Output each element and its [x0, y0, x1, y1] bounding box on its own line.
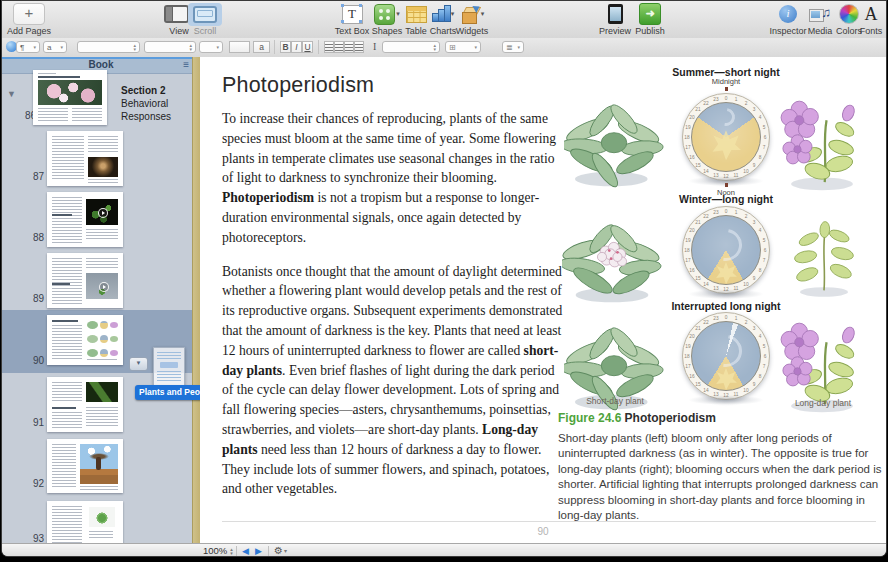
align-right-button[interactable]	[344, 41, 354, 53]
figure-caption-label: Figure 24.6	[558, 411, 621, 425]
midnight-label: Midnight	[622, 77, 830, 86]
columns-select[interactable]: ⊞▾	[445, 41, 481, 53]
page-footer-rule	[222, 521, 876, 522]
short-day-plant-caption: Short-day plant	[560, 396, 670, 406]
status-bar: 100% ▴▾ ◀ ▶ ⚙▾	[2, 543, 886, 556]
font-typeface-select[interactable]: ▴▾	[144, 41, 196, 53]
scroll-icon	[193, 6, 217, 23]
clock-hour-tick: 9	[752, 162, 755, 167]
clock-diagram-interrupted: 01234567891011121314151617181920212223	[682, 312, 770, 400]
clock-hour-tick: 14	[704, 388, 709, 393]
clock-hour-tick: 18	[684, 354, 689, 359]
page-thumbnail-89[interactable]	[47, 253, 123, 308]
video-play-icon	[98, 208, 108, 218]
page-thumbnail-90-selected[interactable]	[47, 315, 123, 365]
clock-hour-tick: 14	[704, 169, 709, 174]
clock-hour-tick: 2	[744, 320, 747, 325]
clock-hour-tick: 0	[725, 95, 728, 100]
gear-menu-button[interactable]: ⚙▾	[274, 544, 287, 556]
long-day-plant-caption: Long-day plant	[768, 398, 878, 408]
clock-hour-tick: 3	[752, 326, 755, 331]
align-center-button[interactable]	[334, 41, 344, 53]
publish-label: Publish	[629, 26, 671, 36]
clock-hour-tick: 17	[685, 364, 690, 369]
list-style-select[interactable]: ≣▾	[502, 41, 524, 53]
page-number-88: 88	[2, 232, 44, 243]
video-play-icon	[99, 282, 109, 292]
fill-color-well[interactable]	[229, 41, 250, 53]
publish-icon: ➜	[639, 3, 661, 25]
clock-hour-tick: 23	[713, 316, 718, 321]
figure-caption[interactable]: Figure 24.6 Photoperiodism Short-day pla…	[558, 411, 886, 524]
align-justify-button[interactable]	[354, 41, 364, 53]
underline-button[interactable]: U	[302, 41, 313, 53]
clock-hour-tick: 17	[685, 258, 690, 263]
font-family-select[interactable]: ▴▾	[77, 41, 140, 53]
shapes-icon	[374, 4, 395, 25]
format-bar: ¶▾ a▾ ▴▾ ▴▾ ▾ a B I U I ▴▾ ⊞▾ ≣▾	[2, 38, 886, 58]
body-paragraph[interactable]: Botanists once thought that the amount o…	[222, 262, 568, 500]
font-size-select[interactable]: ▾	[199, 41, 223, 53]
clock-hour-tick: 12	[723, 287, 728, 292]
sidebar-scrollbar[interactable]	[192, 57, 200, 543]
clock-hour-tick: 5	[762, 237, 765, 242]
zoom-control[interactable]: 100% ▴▾	[203, 544, 233, 556]
midnight-tick	[725, 87, 728, 91]
paragraph-style-dropdown[interactable]: ¶▾	[16, 41, 40, 53]
line-spacing-select[interactable]: ▴▾	[382, 41, 440, 53]
clock-hour-tick: 0	[725, 208, 728, 213]
clock-hour-tick: 11	[734, 172, 739, 177]
page-thumbnail-87[interactable]	[47, 131, 123, 186]
hamburger-menu-icon[interactable]: ≡	[183, 59, 189, 71]
page-title[interactable]: Photoperiodism	[222, 73, 374, 98]
page-thumbnail-91[interactable]	[47, 377, 123, 432]
character-style-dropdown[interactable]: a▾	[43, 41, 67, 53]
drag-ghost-thumbnail	[153, 347, 185, 387]
bold-button[interactable]: B	[280, 41, 291, 53]
text-color-well[interactable]: a	[253, 41, 270, 53]
add-pages-button[interactable]: + Add Pages	[3, 3, 55, 36]
clock-hour-tick: 22	[704, 101, 709, 106]
body-paragraph[interactable]: To increase their chances of reproducing…	[222, 109, 568, 248]
zoom-stepper[interactable]: ▴▾	[230, 547, 233, 555]
page-number-89: 89	[2, 293, 44, 304]
scroll-label: Scroll	[184, 26, 226, 36]
clock-hour-tick: 10	[743, 169, 748, 174]
next-page-button[interactable]: ▶	[255, 544, 262, 556]
short-day-plant-summer-illustration	[564, 90, 664, 190]
clock-hour-tick: 6	[764, 135, 767, 140]
publish-button[interactable]: ➜ Publish	[629, 3, 671, 36]
page-number-92: 92	[2, 478, 44, 489]
align-left-button[interactable]	[324, 41, 334, 53]
clock-hour-tick: 17	[685, 145, 690, 150]
clock-hour-tick: 10	[743, 388, 748, 393]
clock-hour-tick: 2	[744, 101, 747, 106]
clock-hour-tick: 12	[723, 174, 728, 179]
widgets-label: Widgets	[449, 26, 495, 36]
page-thumbnail-88[interactable]	[47, 192, 123, 247]
body-text-column[interactable]: To increase their chances of reproducing…	[222, 109, 568, 513]
italic-button[interactable]: I	[291, 41, 302, 53]
page-thumbnail-86[interactable]	[33, 70, 107, 125]
clock-hour-tick: 8	[759, 267, 762, 272]
short-day-plant-winter-illustration	[562, 206, 662, 306]
clock-hour-tick: 6	[764, 248, 767, 253]
clock-hour-tick: 9	[752, 381, 755, 386]
preview-icon	[608, 4, 623, 24]
media-icon: ♫	[809, 6, 831, 23]
page-thumbnail-93[interactable]	[47, 501, 123, 543]
scroll-button[interactable]: Scroll	[184, 3, 226, 36]
sun-icon	[711, 130, 741, 160]
text-box-icon: T	[342, 5, 363, 24]
page-options-dropdown[interactable]: ▼	[129, 357, 148, 371]
widgets-button[interactable]: Widgets	[449, 3, 495, 36]
previous-page-button[interactable]: ◀	[242, 544, 249, 556]
section-disclosure-icon[interactable]: ▼	[7, 89, 16, 99]
page-thumbnail-92[interactable]	[47, 439, 123, 493]
document-canvas[interactable]: Photoperiodism To increase their chances…	[200, 57, 886, 543]
figure-caption-body: Short-day plants (left) bloom only after…	[558, 431, 886, 524]
inspector-icon: i	[779, 5, 797, 23]
clock-hour-tick: 23	[713, 97, 718, 102]
figure-photoperiodism[interactable]: Summer—short night Midnight 012345678910…	[558, 63, 886, 413]
fonts-button[interactable]: A Fonts	[854, 3, 886, 36]
